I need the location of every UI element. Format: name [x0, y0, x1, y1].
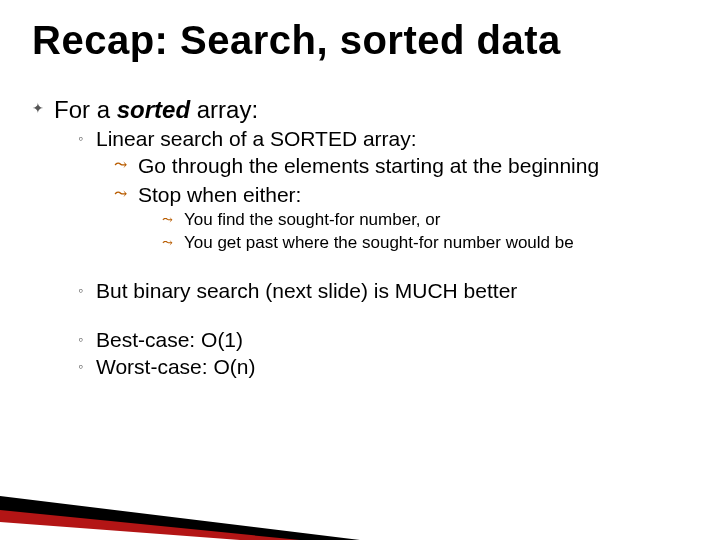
- bullet-stop-when: ⤳ Stop when either: ⤳ You find the sough…: [114, 181, 688, 255]
- bullet-go-through: ⤳ Go through the elements starting at th…: [114, 152, 688, 180]
- slide-content: ✦ For a sorted array: ◦ Linear search of…: [32, 95, 688, 381]
- text-best-case: Best-case: O(1): [96, 328, 243, 351]
- text-go-through: Go through the elements starting at the …: [138, 154, 599, 177]
- text-find-number: You find the sought-for number, or: [184, 210, 440, 229]
- text-linear-search: Linear search of a SORTED array:: [96, 127, 417, 150]
- text-suffix: array:: [197, 96, 258, 123]
- bullet-top-text: For a sorted array:: [54, 96, 258, 123]
- svg-marker-0: [0, 496, 360, 540]
- hollow-circle-icon: ◦: [78, 281, 83, 299]
- bullet-find-number: ⤳ You find the sought-for number, or: [162, 209, 688, 232]
- svg-marker-2: [0, 522, 240, 540]
- slide-title: Recap: Search, sorted data: [32, 18, 688, 63]
- squiggle-arrow-icon: ⤳: [114, 183, 127, 205]
- slide: Recap: Search, sorted data ✦ For a sorte…: [0, 0, 720, 540]
- squiggle-arrow-icon: ⤳: [114, 154, 127, 176]
- four-point-star-icon: ✦: [32, 100, 44, 118]
- svg-marker-1: [0, 510, 300, 540]
- bullet-get-past: ⤳ You get past where the sought-for numb…: [162, 232, 688, 255]
- text-get-past: You get past where the sought-for number…: [184, 233, 574, 252]
- hollow-circle-icon: ◦: [78, 330, 83, 348]
- bullet-top: ✦ For a sorted array: ◦ Linear search of…: [32, 95, 688, 381]
- corner-decoration: [0, 460, 360, 540]
- hollow-circle-icon: ◦: [78, 357, 83, 375]
- bullet-worst-case: ◦ Worst-case: O(n): [78, 353, 688, 380]
- text-worst-case: Worst-case: O(n): [96, 355, 255, 378]
- hollow-circle-icon: ◦: [78, 129, 83, 147]
- squiggle-arrow-icon: ⤳: [162, 234, 173, 252]
- text-prefix: For a: [54, 96, 117, 123]
- text-sorted: sorted: [117, 96, 197, 123]
- text-stop-when: Stop when either:: [138, 183, 301, 206]
- squiggle-arrow-icon: ⤳: [162, 211, 173, 229]
- bullet-linear-search: ◦ Linear search of a SORTED array: ⤳ Go …: [78, 125, 688, 255]
- bullet-binary-better: ◦ But binary search (next slide) is MUCH…: [78, 277, 688, 304]
- text-binary-better: But binary search (next slide) is MUCH b…: [96, 279, 517, 302]
- bullet-best-case: ◦ Best-case: O(1): [78, 326, 688, 353]
